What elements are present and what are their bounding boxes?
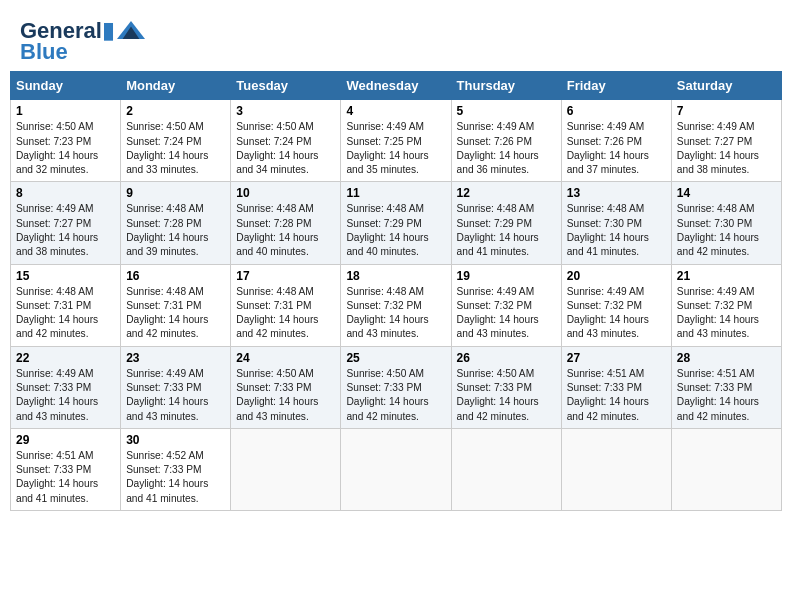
day-cell-26: 26Sunrise: 4:50 AMSunset: 7:33 PMDayligh…	[451, 346, 561, 428]
day-cell-2: 2Sunrise: 4:50 AMSunset: 7:24 PMDaylight…	[121, 100, 231, 182]
column-header-monday: Monday	[121, 72, 231, 100]
day-info: Sunrise: 4:50 AMSunset: 7:24 PMDaylight:…	[126, 120, 225, 177]
day-info: Sunrise: 4:49 AMSunset: 7:32 PMDaylight:…	[677, 285, 776, 342]
day-info: Sunrise: 4:50 AMSunset: 7:33 PMDaylight:…	[236, 367, 335, 424]
day-info: Sunrise: 4:48 AMSunset: 7:28 PMDaylight:…	[236, 202, 335, 259]
day-number: 21	[677, 269, 776, 283]
column-header-thursday: Thursday	[451, 72, 561, 100]
day-cell-8: 8Sunrise: 4:49 AMSunset: 7:27 PMDaylight…	[11, 182, 121, 264]
calendar-week-2: 8Sunrise: 4:49 AMSunset: 7:27 PMDaylight…	[11, 182, 782, 264]
day-number: 3	[236, 104, 335, 118]
day-cell-9: 9Sunrise: 4:48 AMSunset: 7:28 PMDaylight…	[121, 182, 231, 264]
day-cell-1: 1Sunrise: 4:50 AMSunset: 7:23 PMDaylight…	[11, 100, 121, 182]
day-info: Sunrise: 4:48 AMSunset: 7:29 PMDaylight:…	[346, 202, 445, 259]
day-info: Sunrise: 4:48 AMSunset: 7:32 PMDaylight:…	[346, 285, 445, 342]
day-cell-4: 4Sunrise: 4:49 AMSunset: 7:25 PMDaylight…	[341, 100, 451, 182]
column-header-tuesday: Tuesday	[231, 72, 341, 100]
day-info: Sunrise: 4:50 AMSunset: 7:24 PMDaylight:…	[236, 120, 335, 177]
day-cell-5: 5Sunrise: 4:49 AMSunset: 7:26 PMDaylight…	[451, 100, 561, 182]
calendar-week-4: 22Sunrise: 4:49 AMSunset: 7:33 PMDayligh…	[11, 346, 782, 428]
day-number: 5	[457, 104, 556, 118]
empty-cell	[561, 428, 671, 510]
day-number: 9	[126, 186, 225, 200]
day-number: 6	[567, 104, 666, 118]
calendar-week-1: 1Sunrise: 4:50 AMSunset: 7:23 PMDaylight…	[11, 100, 782, 182]
day-cell-17: 17Sunrise: 4:48 AMSunset: 7:31 PMDayligh…	[231, 264, 341, 346]
day-info: Sunrise: 4:49 AMSunset: 7:32 PMDaylight:…	[567, 285, 666, 342]
calendar-week-3: 15Sunrise: 4:48 AMSunset: 7:31 PMDayligh…	[11, 264, 782, 346]
day-info: Sunrise: 4:49 AMSunset: 7:33 PMDaylight:…	[126, 367, 225, 424]
column-header-wednesday: Wednesday	[341, 72, 451, 100]
day-cell-10: 10Sunrise: 4:48 AMSunset: 7:28 PMDayligh…	[231, 182, 341, 264]
day-cell-16: 16Sunrise: 4:48 AMSunset: 7:31 PMDayligh…	[121, 264, 231, 346]
day-number: 25	[346, 351, 445, 365]
calendar-week-5: 29Sunrise: 4:51 AMSunset: 7:33 PMDayligh…	[11, 428, 782, 510]
day-cell-25: 25Sunrise: 4:50 AMSunset: 7:33 PMDayligh…	[341, 346, 451, 428]
empty-cell	[231, 428, 341, 510]
day-info: Sunrise: 4:48 AMSunset: 7:30 PMDaylight:…	[567, 202, 666, 259]
column-header-sunday: Sunday	[11, 72, 121, 100]
day-info: Sunrise: 4:49 AMSunset: 7:26 PMDaylight:…	[457, 120, 556, 177]
day-number: 23	[126, 351, 225, 365]
day-number: 20	[567, 269, 666, 283]
day-cell-28: 28Sunrise: 4:51 AMSunset: 7:33 PMDayligh…	[671, 346, 781, 428]
day-number: 27	[567, 351, 666, 365]
day-cell-29: 29Sunrise: 4:51 AMSunset: 7:33 PMDayligh…	[11, 428, 121, 510]
day-cell-15: 15Sunrise: 4:48 AMSunset: 7:31 PMDayligh…	[11, 264, 121, 346]
day-cell-20: 20Sunrise: 4:49 AMSunset: 7:32 PMDayligh…	[561, 264, 671, 346]
day-number: 28	[677, 351, 776, 365]
day-cell-7: 7Sunrise: 4:49 AMSunset: 7:27 PMDaylight…	[671, 100, 781, 182]
day-number: 4	[346, 104, 445, 118]
empty-cell	[451, 428, 561, 510]
day-info: Sunrise: 4:49 AMSunset: 7:27 PMDaylight:…	[677, 120, 776, 177]
day-number: 11	[346, 186, 445, 200]
day-cell-27: 27Sunrise: 4:51 AMSunset: 7:33 PMDayligh…	[561, 346, 671, 428]
day-cell-11: 11Sunrise: 4:48 AMSunset: 7:29 PMDayligh…	[341, 182, 451, 264]
empty-cell	[671, 428, 781, 510]
day-number: 13	[567, 186, 666, 200]
logo-icon	[117, 18, 145, 42]
day-cell-21: 21Sunrise: 4:49 AMSunset: 7:32 PMDayligh…	[671, 264, 781, 346]
day-cell-19: 19Sunrise: 4:49 AMSunset: 7:32 PMDayligh…	[451, 264, 561, 346]
day-cell-30: 30Sunrise: 4:52 AMSunset: 7:33 PMDayligh…	[121, 428, 231, 510]
day-number: 26	[457, 351, 556, 365]
day-number: 17	[236, 269, 335, 283]
day-cell-12: 12Sunrise: 4:48 AMSunset: 7:29 PMDayligh…	[451, 182, 561, 264]
empty-cell	[341, 428, 451, 510]
day-info: Sunrise: 4:49 AMSunset: 7:25 PMDaylight:…	[346, 120, 445, 177]
day-number: 30	[126, 433, 225, 447]
day-cell-13: 13Sunrise: 4:48 AMSunset: 7:30 PMDayligh…	[561, 182, 671, 264]
day-number: 10	[236, 186, 335, 200]
column-header-saturday: Saturday	[671, 72, 781, 100]
day-cell-23: 23Sunrise: 4:49 AMSunset: 7:33 PMDayligh…	[121, 346, 231, 428]
day-info: Sunrise: 4:51 AMSunset: 7:33 PMDaylight:…	[567, 367, 666, 424]
day-cell-24: 24Sunrise: 4:50 AMSunset: 7:33 PMDayligh…	[231, 346, 341, 428]
day-number: 18	[346, 269, 445, 283]
day-number: 22	[16, 351, 115, 365]
day-cell-6: 6Sunrise: 4:49 AMSunset: 7:26 PMDaylight…	[561, 100, 671, 182]
logo: General▮ Blue	[20, 18, 145, 65]
day-number: 12	[457, 186, 556, 200]
day-info: Sunrise: 4:50 AMSunset: 7:33 PMDaylight:…	[346, 367, 445, 424]
day-info: Sunrise: 4:49 AMSunset: 7:32 PMDaylight:…	[457, 285, 556, 342]
day-number: 16	[126, 269, 225, 283]
day-number: 29	[16, 433, 115, 447]
page-header: General▮ Blue	[10, 10, 782, 71]
column-header-friday: Friday	[561, 72, 671, 100]
calendar-header-row: SundayMondayTuesdayWednesdayThursdayFrid…	[11, 72, 782, 100]
day-number: 2	[126, 104, 225, 118]
day-number: 7	[677, 104, 776, 118]
day-info: Sunrise: 4:48 AMSunset: 7:31 PMDaylight:…	[126, 285, 225, 342]
day-number: 8	[16, 186, 115, 200]
day-info: Sunrise: 4:51 AMSunset: 7:33 PMDaylight:…	[677, 367, 776, 424]
day-cell-14: 14Sunrise: 4:48 AMSunset: 7:30 PMDayligh…	[671, 182, 781, 264]
day-info: Sunrise: 4:48 AMSunset: 7:30 PMDaylight:…	[677, 202, 776, 259]
day-info: Sunrise: 4:50 AMSunset: 7:33 PMDaylight:…	[457, 367, 556, 424]
day-cell-3: 3Sunrise: 4:50 AMSunset: 7:24 PMDaylight…	[231, 100, 341, 182]
day-info: Sunrise: 4:48 AMSunset: 7:31 PMDaylight:…	[16, 285, 115, 342]
day-number: 14	[677, 186, 776, 200]
day-info: Sunrise: 4:48 AMSunset: 7:28 PMDaylight:…	[126, 202, 225, 259]
day-info: Sunrise: 4:52 AMSunset: 7:33 PMDaylight:…	[126, 449, 225, 506]
day-number: 19	[457, 269, 556, 283]
day-cell-22: 22Sunrise: 4:49 AMSunset: 7:33 PMDayligh…	[11, 346, 121, 428]
